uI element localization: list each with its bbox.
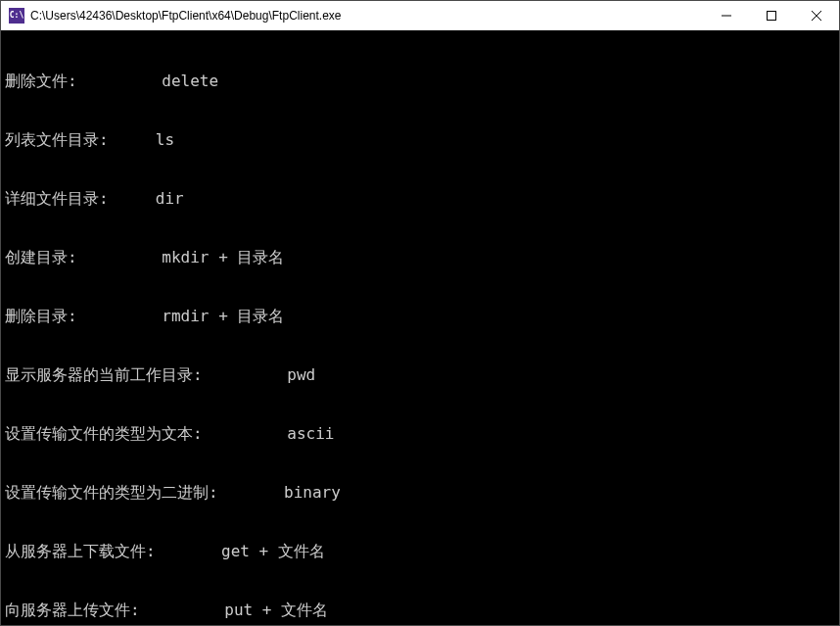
app-icon: C:\ bbox=[9, 8, 24, 24]
console-line: 删除目录: rmdir + 目录名 bbox=[5, 307, 835, 326]
console-output[interactable]: 删除文件: delete 列表文件目录: ls 详细文件目录: dir 创建目录… bbox=[1, 30, 839, 625]
minimize-icon bbox=[722, 11, 731, 21]
titlebar[interactable]: C:\ C:\Users\42436\Desktop\FtpClient\x64… bbox=[1, 1, 839, 30]
minimize-button[interactable] bbox=[704, 1, 749, 29]
console-line: 显示服务器的当前工作目录: pwd bbox=[5, 365, 835, 385]
window-title: C:\Users\42436\Desktop\FtpClient\x64\Deb… bbox=[30, 9, 704, 23]
svg-rect-1 bbox=[768, 11, 776, 20]
window-controls bbox=[704, 1, 839, 29]
console-line: 从服务器上下载文件: get + 文件名 bbox=[5, 542, 835, 561]
console-line: 设置传输文件的类型为文本: ascii bbox=[5, 424, 835, 444]
app-window: C:\ C:\Users\42436\Desktop\FtpClient\x64… bbox=[0, 0, 840, 626]
close-button[interactable] bbox=[794, 1, 839, 29]
maximize-icon bbox=[767, 11, 776, 21]
console-line: 删除文件: delete bbox=[5, 72, 835, 91]
app-icon-text: C:\ bbox=[10, 11, 23, 20]
maximize-button[interactable] bbox=[749, 1, 794, 29]
console-line: 创建目录: mkdir + 目录名 bbox=[5, 248, 835, 267]
console-line: 详细文件目录: dir bbox=[5, 189, 835, 209]
close-icon bbox=[812, 11, 821, 21]
console-line: 向服务器上传文件: put + 文件名 bbox=[5, 601, 835, 620]
console-line: 列表文件目录: ls bbox=[5, 130, 835, 150]
console-line: 设置传输文件的类型为二进制: binary bbox=[5, 483, 835, 503]
